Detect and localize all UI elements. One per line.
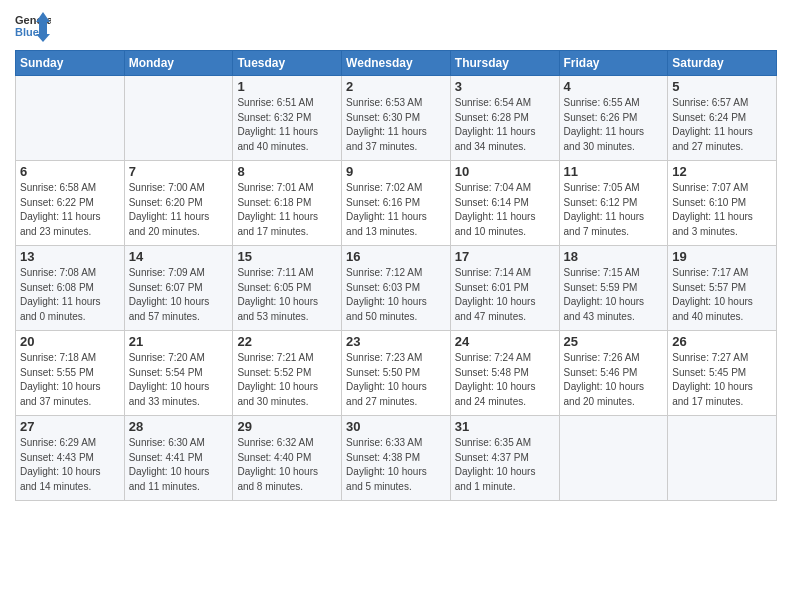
day-number: 5 xyxy=(672,79,772,94)
calendar-cell: 27Sunrise: 6:29 AM Sunset: 4:43 PM Dayli… xyxy=(16,416,125,501)
day-number: 1 xyxy=(237,79,337,94)
day-number: 8 xyxy=(237,164,337,179)
calendar-cell: 18Sunrise: 7:15 AM Sunset: 5:59 PM Dayli… xyxy=(559,246,668,331)
day-info: Sunrise: 7:14 AM Sunset: 6:01 PM Dayligh… xyxy=(455,266,555,324)
day-info: Sunrise: 6:57 AM Sunset: 6:24 PM Dayligh… xyxy=(672,96,772,154)
day-number: 12 xyxy=(672,164,772,179)
day-number: 6 xyxy=(20,164,120,179)
day-number: 19 xyxy=(672,249,772,264)
day-header-wednesday: Wednesday xyxy=(342,51,451,76)
page-container: General Blue SundayMondayTuesdayWednesda… xyxy=(0,0,792,511)
calendar-cell xyxy=(668,416,777,501)
day-number: 4 xyxy=(564,79,664,94)
calendar-cell: 7Sunrise: 7:00 AM Sunset: 6:20 PM Daylig… xyxy=(124,161,233,246)
calendar-table: SundayMondayTuesdayWednesdayThursdayFrid… xyxy=(15,50,777,501)
calendar-cell xyxy=(559,416,668,501)
svg-text:Blue: Blue xyxy=(15,26,39,38)
day-info: Sunrise: 7:23 AM Sunset: 5:50 PM Dayligh… xyxy=(346,351,446,409)
calendar-cell: 20Sunrise: 7:18 AM Sunset: 5:55 PM Dayli… xyxy=(16,331,125,416)
calendar-cell: 16Sunrise: 7:12 AM Sunset: 6:03 PM Dayli… xyxy=(342,246,451,331)
calendar-cell: 2Sunrise: 6:53 AM Sunset: 6:30 PM Daylig… xyxy=(342,76,451,161)
day-header-sunday: Sunday xyxy=(16,51,125,76)
day-header-monday: Monday xyxy=(124,51,233,76)
day-number: 15 xyxy=(237,249,337,264)
calendar-cell xyxy=(124,76,233,161)
calendar-cell: 14Sunrise: 7:09 AM Sunset: 6:07 PM Dayli… xyxy=(124,246,233,331)
day-info: Sunrise: 7:27 AM Sunset: 5:45 PM Dayligh… xyxy=(672,351,772,409)
calendar-cell xyxy=(16,76,125,161)
day-number: 22 xyxy=(237,334,337,349)
day-number: 14 xyxy=(129,249,229,264)
day-info: Sunrise: 7:26 AM Sunset: 5:46 PM Dayligh… xyxy=(564,351,664,409)
day-info: Sunrise: 7:17 AM Sunset: 5:57 PM Dayligh… xyxy=(672,266,772,324)
calendar-cell: 21Sunrise: 7:20 AM Sunset: 5:54 PM Dayli… xyxy=(124,331,233,416)
day-number: 3 xyxy=(455,79,555,94)
day-info: Sunrise: 7:20 AM Sunset: 5:54 PM Dayligh… xyxy=(129,351,229,409)
day-number: 17 xyxy=(455,249,555,264)
day-number: 27 xyxy=(20,419,120,434)
day-number: 16 xyxy=(346,249,446,264)
calendar-cell: 24Sunrise: 7:24 AM Sunset: 5:48 PM Dayli… xyxy=(450,331,559,416)
calendar-cell: 10Sunrise: 7:04 AM Sunset: 6:14 PM Dayli… xyxy=(450,161,559,246)
calendar-cell: 17Sunrise: 7:14 AM Sunset: 6:01 PM Dayli… xyxy=(450,246,559,331)
calendar-cell: 9Sunrise: 7:02 AM Sunset: 6:16 PM Daylig… xyxy=(342,161,451,246)
calendar-cell: 13Sunrise: 7:08 AM Sunset: 6:08 PM Dayli… xyxy=(16,246,125,331)
day-number: 23 xyxy=(346,334,446,349)
week-row-5: 27Sunrise: 6:29 AM Sunset: 4:43 PM Dayli… xyxy=(16,416,777,501)
calendar-cell: 3Sunrise: 6:54 AM Sunset: 6:28 PM Daylig… xyxy=(450,76,559,161)
day-number: 24 xyxy=(455,334,555,349)
calendar-cell: 23Sunrise: 7:23 AM Sunset: 5:50 PM Dayli… xyxy=(342,331,451,416)
day-info: Sunrise: 7:02 AM Sunset: 6:16 PM Dayligh… xyxy=(346,181,446,239)
day-number: 7 xyxy=(129,164,229,179)
day-number: 10 xyxy=(455,164,555,179)
day-number: 20 xyxy=(20,334,120,349)
day-number: 28 xyxy=(129,419,229,434)
calendar-cell: 6Sunrise: 6:58 AM Sunset: 6:22 PM Daylig… xyxy=(16,161,125,246)
day-info: Sunrise: 7:11 AM Sunset: 6:05 PM Dayligh… xyxy=(237,266,337,324)
day-info: Sunrise: 7:18 AM Sunset: 5:55 PM Dayligh… xyxy=(20,351,120,409)
calendar-cell: 31Sunrise: 6:35 AM Sunset: 4:37 PM Dayli… xyxy=(450,416,559,501)
day-number: 26 xyxy=(672,334,772,349)
day-header-thursday: Thursday xyxy=(450,51,559,76)
day-number: 31 xyxy=(455,419,555,434)
day-info: Sunrise: 6:54 AM Sunset: 6:28 PM Dayligh… xyxy=(455,96,555,154)
day-info: Sunrise: 7:08 AM Sunset: 6:08 PM Dayligh… xyxy=(20,266,120,324)
day-info: Sunrise: 6:58 AM Sunset: 6:22 PM Dayligh… xyxy=(20,181,120,239)
calendar-cell: 19Sunrise: 7:17 AM Sunset: 5:57 PM Dayli… xyxy=(668,246,777,331)
calendar-cell: 4Sunrise: 6:55 AM Sunset: 6:26 PM Daylig… xyxy=(559,76,668,161)
week-row-4: 20Sunrise: 7:18 AM Sunset: 5:55 PM Dayli… xyxy=(16,331,777,416)
week-row-3: 13Sunrise: 7:08 AM Sunset: 6:08 PM Dayli… xyxy=(16,246,777,331)
day-header-friday: Friday xyxy=(559,51,668,76)
day-number: 25 xyxy=(564,334,664,349)
day-info: Sunrise: 6:33 AM Sunset: 4:38 PM Dayligh… xyxy=(346,436,446,494)
day-info: Sunrise: 7:00 AM Sunset: 6:20 PM Dayligh… xyxy=(129,181,229,239)
day-number: 2 xyxy=(346,79,446,94)
day-info: Sunrise: 6:53 AM Sunset: 6:30 PM Dayligh… xyxy=(346,96,446,154)
day-info: Sunrise: 6:32 AM Sunset: 4:40 PM Dayligh… xyxy=(237,436,337,494)
calendar-cell: 22Sunrise: 7:21 AM Sunset: 5:52 PM Dayli… xyxy=(233,331,342,416)
day-number: 30 xyxy=(346,419,446,434)
header-row: SundayMondayTuesdayWednesdayThursdayFrid… xyxy=(16,51,777,76)
day-number: 21 xyxy=(129,334,229,349)
calendar-cell: 11Sunrise: 7:05 AM Sunset: 6:12 PM Dayli… xyxy=(559,161,668,246)
day-number: 11 xyxy=(564,164,664,179)
day-info: Sunrise: 6:55 AM Sunset: 6:26 PM Dayligh… xyxy=(564,96,664,154)
day-info: Sunrise: 7:09 AM Sunset: 6:07 PM Dayligh… xyxy=(129,266,229,324)
day-number: 9 xyxy=(346,164,446,179)
day-number: 18 xyxy=(564,249,664,264)
calendar-cell: 12Sunrise: 7:07 AM Sunset: 6:10 PM Dayli… xyxy=(668,161,777,246)
calendar-cell: 25Sunrise: 7:26 AM Sunset: 5:46 PM Dayli… xyxy=(559,331,668,416)
day-info: Sunrise: 7:07 AM Sunset: 6:10 PM Dayligh… xyxy=(672,181,772,239)
day-info: Sunrise: 6:30 AM Sunset: 4:41 PM Dayligh… xyxy=(129,436,229,494)
day-info: Sunrise: 7:15 AM Sunset: 5:59 PM Dayligh… xyxy=(564,266,664,324)
day-number: 29 xyxy=(237,419,337,434)
calendar-cell: 28Sunrise: 6:30 AM Sunset: 4:41 PM Dayli… xyxy=(124,416,233,501)
day-info: Sunrise: 7:05 AM Sunset: 6:12 PM Dayligh… xyxy=(564,181,664,239)
day-header-saturday: Saturday xyxy=(668,51,777,76)
calendar-cell: 30Sunrise: 6:33 AM Sunset: 4:38 PM Dayli… xyxy=(342,416,451,501)
day-info: Sunrise: 7:04 AM Sunset: 6:14 PM Dayligh… xyxy=(455,181,555,239)
logo: General Blue xyxy=(15,10,51,46)
calendar-cell: 26Sunrise: 7:27 AM Sunset: 5:45 PM Dayli… xyxy=(668,331,777,416)
page-header: General Blue xyxy=(15,10,777,46)
calendar-cell: 5Sunrise: 6:57 AM Sunset: 6:24 PM Daylig… xyxy=(668,76,777,161)
